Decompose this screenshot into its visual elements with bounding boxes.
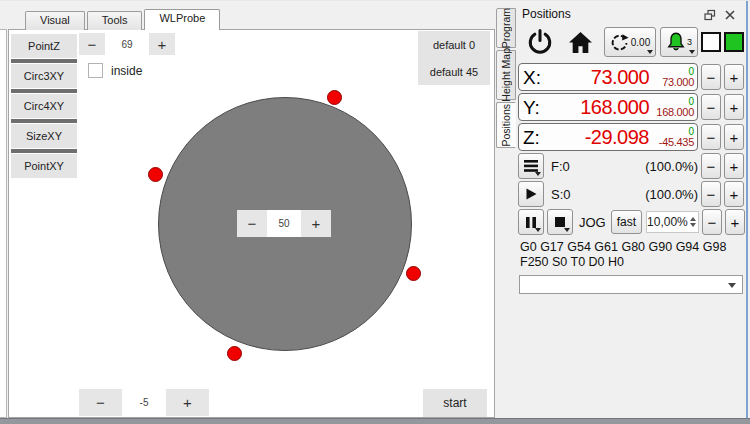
- feed-label: F:0: [551, 159, 570, 174]
- rotate-tool-button[interactable]: 0.00: [604, 27, 656, 57]
- dock-title: Positions: [522, 7, 571, 21]
- window-right-edge: [746, 1, 748, 418]
- x-plus-button[interactable]: +: [724, 64, 744, 90]
- pause-icon: [525, 216, 537, 229]
- y-plus-button[interactable]: +: [724, 94, 744, 120]
- x-position-display[interactable]: X: 73.000 073.000: [518, 63, 698, 91]
- alarm-button[interactable]: 3: [660, 27, 698, 57]
- x-minus-button[interactable]: −: [701, 64, 721, 90]
- y-minus-button[interactable]: −: [701, 94, 721, 120]
- tab-visual-label: Visual: [40, 14, 70, 26]
- x-axis-machine-value: 73.000: [662, 77, 694, 88]
- y-axis-label: Y:: [523, 98, 540, 117]
- spindle-minus-button[interactable]: −: [701, 181, 721, 207]
- feed-minus-button[interactable]: −: [701, 153, 721, 179]
- depth-spinner-value[interactable]: -5: [122, 389, 166, 416]
- circ4xy-button[interactable]: Circ4XY: [11, 94, 77, 118]
- power-icon: [527, 28, 553, 56]
- diameter-spinner: − 50 +: [237, 210, 331, 237]
- jog-label: JOG: [579, 215, 606, 230]
- alarm-count: 3: [687, 37, 692, 47]
- top-spinner-minus-button[interactable]: −: [79, 33, 105, 55]
- start-button[interactable]: start: [423, 389, 487, 417]
- dock-toolbar: 0.00 3: [517, 25, 746, 59]
- sizexy-button[interactable]: SizeXY: [11, 124, 77, 148]
- probe-mode-buttons: PointZ Circ3XY Circ4XY SizeXY PointXY: [11, 34, 77, 178]
- home-icon: [568, 31, 593, 54]
- white-color-swatch[interactable]: [701, 32, 721, 52]
- separator: [11, 59, 77, 63]
- play-button[interactable]: [518, 181, 544, 207]
- probe-point: [227, 346, 242, 361]
- home-button[interactable]: [568, 31, 593, 54]
- fast-button[interactable]: fast: [611, 210, 642, 234]
- z-plus-button[interactable]: +: [724, 124, 744, 150]
- depth-spinner-plus-button[interactable]: +: [166, 389, 209, 416]
- inside-checkbox[interactable]: [88, 63, 103, 78]
- pause-button[interactable]: [518, 209, 544, 235]
- tab-wlprobe[interactable]: WLProbe: [144, 9, 220, 30]
- feed-menu-button[interactable]: [518, 153, 544, 179]
- bell-icon: [666, 31, 686, 54]
- green-color-swatch[interactable]: [724, 32, 744, 52]
- probe-point: [148, 167, 163, 182]
- jog-step-value: 10,00%: [647, 215, 688, 229]
- spindle-plus-button[interactable]: +: [724, 181, 744, 207]
- dock-titlebar: Positions: [517, 1, 746, 23]
- stop-button[interactable]: [547, 209, 573, 235]
- pointz-button[interactable]: PointZ: [11, 34, 77, 58]
- spindle-label: S:0: [551, 187, 571, 202]
- main-tabbar: Visual Tools WLProbe: [25, 9, 222, 30]
- tab-tools[interactable]: Tools: [87, 11, 143, 30]
- probe-point: [327, 90, 342, 105]
- diameter-spinner-plus-button[interactable]: +: [301, 210, 331, 237]
- separator: [11, 119, 77, 123]
- top-spinner-value[interactable]: 69: [105, 33, 149, 55]
- positions-dock: Positions 0.00 3: [517, 1, 746, 418]
- feed-spindle-rows: F:0 (100.0%) − + S:0 (100.0%) − +: [517, 153, 746, 235]
- jog-step-input[interactable]: 10,00%: [646, 211, 699, 233]
- diameter-spinner-minus-button[interactable]: −: [237, 210, 267, 237]
- tab-height-map[interactable]: Height Map: [496, 50, 516, 100]
- menu-lines-icon: [523, 159, 539, 173]
- inside-checkbox-label: inside: [111, 64, 142, 78]
- x-axis-label: X:: [523, 68, 541, 87]
- tab-visual[interactable]: Visual: [25, 11, 85, 30]
- circ3xy-button[interactable]: Circ3XY: [11, 64, 77, 88]
- pointxy-button[interactable]: PointXY: [11, 154, 77, 178]
- z-axis-value: -29.098: [585, 127, 649, 147]
- y-axis-offset: 0: [688, 97, 694, 107]
- jog-minus-button[interactable]: −: [702, 209, 722, 235]
- y-axis-machine-value: 168.000: [656, 107, 694, 118]
- y-position-display[interactable]: Y: 168.000 0168.000: [518, 93, 698, 121]
- tab-tools-label: Tools: [102, 14, 128, 26]
- power-button[interactable]: [527, 28, 553, 56]
- jog-row: JOG fast 10,00% − +: [518, 209, 744, 235]
- top-spinner: − 69 +: [79, 33, 175, 55]
- collapsed-splitter[interactable]: [0, 29, 7, 418]
- jog-plus-button[interactable]: +: [725, 209, 745, 235]
- z-position-display[interactable]: Z: -29.098 0-45.435: [518, 123, 698, 151]
- spindle-row: S:0 (100.0%) − +: [518, 181, 744, 207]
- z-minus-button[interactable]: −: [701, 124, 721, 150]
- default-buttons: default 0 default 45: [418, 31, 490, 85]
- z-axis-offset: 0: [688, 127, 694, 137]
- top-spinner-plus-button[interactable]: +: [149, 33, 175, 55]
- diameter-spinner-value[interactable]: 50: [267, 210, 301, 237]
- depth-spinner: − -5 +: [79, 389, 209, 416]
- default-45-button[interactable]: default 45: [418, 58, 490, 85]
- float-window-icon[interactable]: [704, 7, 716, 19]
- command-combobox[interactable]: [519, 275, 743, 294]
- axis-row-z: Z: -29.098 0-45.435 − +: [518, 123, 744, 151]
- tab-program[interactable]: Program: [496, 8, 516, 48]
- window-bottom-edge: [0, 418, 750, 424]
- depth-spinner-minus-button[interactable]: −: [79, 389, 122, 416]
- spin-arrows-icon[interactable]: [690, 217, 696, 227]
- default-0-button[interactable]: default 0: [418, 31, 490, 58]
- stop-icon: [554, 216, 566, 228]
- tab-positions[interactable]: Positions: [496, 102, 516, 148]
- feed-plus-button[interactable]: +: [724, 153, 744, 179]
- tab-positions-label: Positions: [500, 104, 512, 147]
- tab-wlprobe-label: WLProbe: [159, 12, 205, 24]
- close-icon[interactable]: [724, 7, 736, 19]
